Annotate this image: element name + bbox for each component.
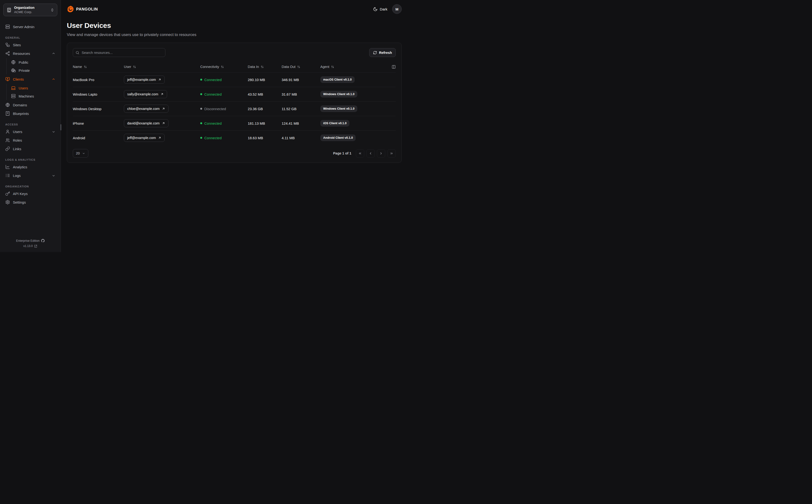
column-label: Data In [248, 65, 259, 69]
sort-icon [84, 65, 87, 68]
theme-toggle[interactable]: Dark [373, 7, 387, 11]
status-label: Connected [204, 78, 222, 82]
user-email: sally@example.com [127, 92, 158, 96]
chevron-left-icon [369, 152, 372, 155]
sidebar-item-label: Clients [13, 77, 24, 81]
sidebar-item-server-admin[interactable]: Server Admin [3, 22, 57, 31]
sidebar-item-resources[interactable]: Resources [3, 49, 57, 58]
sidebar-scrollbar[interactable] [60, 124, 61, 130]
org-selector-value: ACME Corp. [14, 10, 48, 14]
sidebar-item-sites[interactable]: Sites [3, 41, 57, 49]
github-icon[interactable] [41, 239, 45, 242]
status-label: Disconnected [204, 107, 226, 111]
sidebar-item-links[interactable]: Links [3, 144, 57, 153]
users-icon [5, 138, 10, 143]
sidebar-item-domains[interactable]: Domains [3, 101, 57, 109]
sidebar-item-analytics[interactable]: Analytics [3, 163, 57, 171]
sidebar-item-label: Logs [13, 174, 21, 178]
sidebar-item-api-keys[interactable]: API Keys [3, 189, 57, 198]
chevron-right-icon [379, 152, 383, 155]
server-icon [11, 94, 16, 98]
columns-toggle-icon[interactable] [392, 65, 396, 69]
sidebar-item-roles[interactable]: Roles [3, 136, 57, 144]
arrow-up-right-icon [160, 93, 164, 96]
sidebar-item-private[interactable]: Private [9, 66, 57, 74]
arrow-up-right-icon [162, 107, 165, 110]
sidebar-item-settings[interactable]: Settings [3, 198, 57, 206]
column-header-data-out[interactable]: Data Out [282, 65, 320, 69]
sidebar-item-public[interactable]: Public [9, 58, 57, 66]
device-name: Windows Desktop [73, 107, 124, 111]
column-header-user[interactable]: User [124, 65, 200, 69]
avatar-initial: M [396, 7, 399, 11]
next-page-button[interactable] [377, 149, 385, 158]
search-input[interactable] [73, 48, 165, 57]
refresh-icon [373, 51, 377, 55]
data-out-value: 11.52 GB [282, 107, 320, 111]
user-link-button[interactable]: sally@example.com [124, 90, 167, 98]
data-in-value: 18.63 MB [248, 136, 282, 140]
chevrons-left-icon [358, 152, 362, 155]
gear-icon [5, 200, 10, 205]
last-page-button[interactable] [387, 149, 396, 158]
org-selector[interactable]: Organization ACME Corp. [3, 4, 57, 16]
first-page-button[interactable] [356, 149, 364, 158]
sort-icon [261, 65, 264, 68]
refresh-label: Refresh [379, 51, 392, 55]
page-title: User Devices [67, 21, 402, 30]
table-row: Android jeff@example.com Connected 18.63… [73, 130, 396, 145]
sidebar-item-label: Resources [13, 51, 30, 56]
column-header-data-in[interactable]: Data In [248, 65, 282, 69]
key-icon [5, 191, 10, 196]
sidebar-section-general: GENERAL [5, 36, 55, 39]
sidebar-item-label: API Keys [13, 192, 28, 196]
status-label: Connected [204, 121, 222, 125]
status-dot-icon [200, 122, 202, 124]
prev-page-button[interactable] [366, 149, 375, 158]
page-size-select[interactable]: 20 [73, 149, 88, 158]
chevron-down-icon [82, 152, 85, 155]
sidebar-item-logs[interactable]: Logs [3, 171, 57, 180]
user-link-button[interactable]: jeff@example.com [124, 134, 165, 142]
chevrons-up-down-icon [50, 8, 54, 12]
sidebar-item-label: Users [13, 130, 22, 134]
status-dot-icon [200, 137, 202, 139]
column-header-name[interactable]: Name [73, 65, 124, 69]
sidebar-item-label: Roles [13, 138, 22, 142]
sidebar-section-logs-analytics: LOGS & ANALYTICS [5, 158, 55, 161]
user-link-button[interactable]: david@example.com [124, 119, 168, 127]
status-dot-icon [200, 79, 202, 81]
connectivity-status: Disconnected [200, 107, 248, 111]
agent-badge: Windows Client v0.1.0 [320, 105, 357, 112]
device-name: Android [73, 136, 124, 140]
devices-card: Refresh Name User Connectivity Data In D… [67, 43, 402, 163]
pangolin-logo-icon [67, 5, 74, 13]
device-name: iPhone [73, 121, 124, 125]
sort-icon [331, 65, 334, 68]
sidebar-item-users[interactable]: Users [3, 127, 57, 136]
external-link-icon[interactable] [34, 245, 37, 248]
avatar[interactable]: M [392, 4, 402, 14]
sidebar-item-label: Domains [13, 103, 27, 107]
table-header: Name User Connectivity Data In Data Out … [73, 61, 396, 72]
brand[interactable]: PANGOLIN [67, 5, 98, 13]
data-out-value: 346.91 MB [282, 78, 320, 82]
resources-subnav: Public Private [6, 58, 57, 74]
refresh-button[interactable]: Refresh [369, 48, 396, 57]
resources-icon [5, 51, 10, 56]
sidebar-item-clients-users[interactable]: Users [9, 84, 57, 92]
status-dot-icon [200, 93, 202, 95]
sidebar-item-label: Sites [13, 43, 21, 47]
column-label: Data Out [282, 65, 296, 69]
column-header-connectivity[interactable]: Connectivity [200, 65, 248, 69]
globe-icon [11, 60, 16, 65]
column-header-agent[interactable]: Agent [320, 65, 387, 69]
user-link-button[interactable]: chloe@example.com [124, 105, 168, 113]
user-link-button[interactable]: jeff@example.com [124, 76, 165, 84]
agent-badge: Windows Client v0.1.0 [320, 91, 357, 98]
sidebar-item-clients[interactable]: Clients [3, 75, 57, 83]
sidebar-item-machines[interactable]: Machines [9, 92, 57, 100]
org-selector-label: Organization [14, 6, 48, 10]
sidebar-item-blueprints[interactable]: Blueprints [3, 109, 57, 118]
logs-icon [5, 173, 10, 178]
